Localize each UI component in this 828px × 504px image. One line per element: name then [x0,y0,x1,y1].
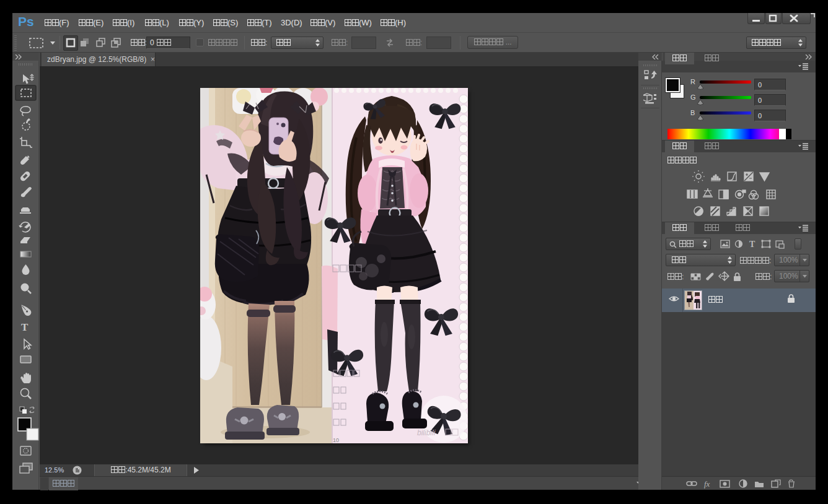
svg-text:bilibili: bilibili [417,428,436,437]
svg-text:10: 10 [333,437,339,443]
svg-text:T: T [21,321,29,333]
svg-text:T: T [749,240,755,249]
svg-text:fx: fx [704,479,710,489]
